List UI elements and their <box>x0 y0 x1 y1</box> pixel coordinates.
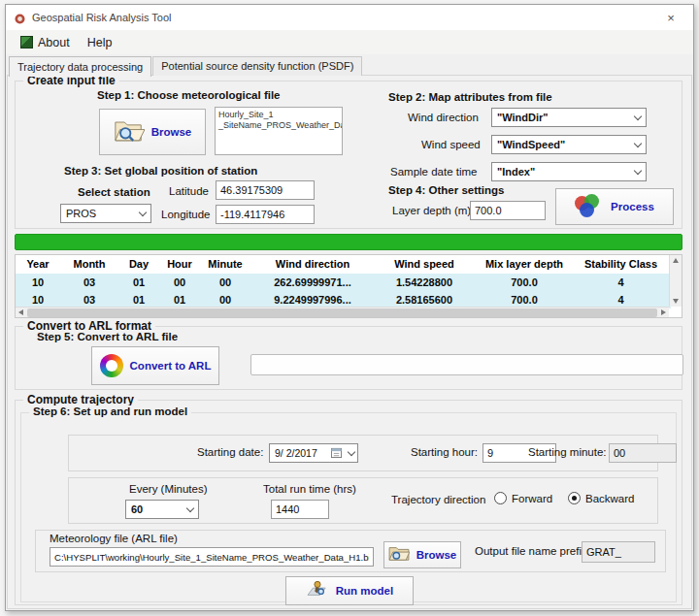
starting-minute-label: Starting minute: <box>528 446 607 458</box>
col-month: Month <box>60 255 118 274</box>
menu-about[interactable]: About <box>12 33 79 52</box>
scroll-up-icon[interactable] <box>673 258 679 263</box>
total-run-time-label: Total run time (hrs) <box>263 483 356 495</box>
starting-date-value: 9/ 2/2017 <box>275 447 331 459</box>
scroll-left-icon[interactable] <box>18 309 23 315</box>
sample-date-time-label: Sample date time <box>390 166 478 178</box>
menu-help[interactable]: Help <box>79 33 121 52</box>
scrollbar-thumb[interactable] <box>27 308 657 317</box>
col-day: Day <box>118 255 159 274</box>
wind-speed-select[interactable]: "WindSpeed" <box>491 135 647 154</box>
starting-hour-label: Starting hour: <box>411 446 478 458</box>
chevron-down-icon <box>139 208 147 215</box>
layer-depth-label: Layer depth (m) <box>392 205 471 216</box>
arl-file-path-field[interactable] <box>50 547 374 567</box>
process-button-label: Process <box>611 201 654 212</box>
scroll-down-icon[interactable] <box>673 299 679 304</box>
chevron-down-icon <box>348 447 355 455</box>
convert-to-arl-label: Convert to ARL <box>130 360 212 372</box>
met-file-name-line1: Hourly_Site_1 <box>218 110 339 120</box>
menu-bar: About Help <box>6 30 693 54</box>
run-model-label: Run model <box>336 585 393 597</box>
convert-progress-bar <box>250 354 683 375</box>
tab-trajectory[interactable]: Trajectory data processing <box>9 56 151 77</box>
longitude-label: Longitude <box>161 209 211 220</box>
col-wind-speed: Wind speed <box>375 255 474 274</box>
radio-checked-icon <box>568 492 581 504</box>
compute-trajectory-group-label: Compute trajectory <box>23 393 138 406</box>
step5-heading: Step 5: Convert to ARL file <box>37 331 178 342</box>
backward-radio[interactable]: Backward <box>568 492 635 504</box>
every-minutes-label: Every (Minutes) <box>129 483 208 495</box>
window-title: Geospatial Risk Analysis Tool <box>32 12 656 23</box>
tab-strip: Trajectory data processing Potential sou… <box>6 54 693 76</box>
col-hour: Hour <box>159 255 200 274</box>
forward-radio[interactable]: Forward <box>494 492 552 504</box>
step4-heading: Step 4: Other settings <box>388 184 505 196</box>
wind-direction-label: Wind direction <box>408 112 479 123</box>
forward-label: Forward <box>512 493 552 504</box>
run-model-icon <box>306 579 329 602</box>
chevron-down-icon <box>634 112 642 119</box>
sample-date-time-select[interactable]: "Index" <box>491 162 647 181</box>
select-station-label: Select station <box>78 186 150 198</box>
table-row[interactable]: 10 03 01 00 00 262.69999971... 1.5422880… <box>16 274 671 291</box>
chevron-down-icon <box>634 166 642 174</box>
total-run-time-field[interactable] <box>271 500 329 519</box>
longitude-field[interactable] <box>216 205 315 224</box>
run-model-button[interactable]: Run model <box>285 576 414 605</box>
every-minutes-value: 60 <box>131 503 183 515</box>
process-button[interactable]: Process <box>555 188 674 225</box>
col-year: Year <box>16 255 60 274</box>
step6-heading: Step 6: Set up and run model <box>29 405 191 417</box>
latitude-field[interactable] <box>216 180 315 200</box>
met-file-name-box: Hourly_Site_1 _SiteName_PROS_Weather_Dat… <box>215 107 343 155</box>
step2-heading: Step 2: Map attributes from file <box>388 91 552 103</box>
radio-unchecked-icon <box>494 492 507 504</box>
weather-data-table: Year Month Day Hour Minute Wind directio… <box>15 254 682 318</box>
table-header-row: Year Month Day Hour Minute Wind directio… <box>16 255 671 274</box>
convert-arl-group: Convert to ARL format Step 5: Convert to… <box>15 326 682 390</box>
processing-progress-bar <box>15 234 682 250</box>
table-horizontal-scrollbar[interactable] <box>16 307 669 317</box>
col-mix-layer-depth: Mix layer depth <box>474 255 575 274</box>
starting-minute-field <box>609 443 677 463</box>
app-window: Geospatial Risk Analysis Tool × About He… <box>5 4 694 611</box>
tab-psdf[interactable]: Potential source density function (PSDF) <box>152 56 362 76</box>
layer-depth-field[interactable] <box>470 201 546 220</box>
folder-search-icon <box>114 117 145 147</box>
compute-trajectory-group: Compute trajectory Step 6: Set up and ru… <box>15 400 682 605</box>
col-minute: Minute <box>200 255 250 274</box>
latitude-label: Latitude <box>169 185 209 197</box>
scroll-right-icon[interactable] <box>661 309 666 315</box>
wind-direction-value: "WindDir" <box>497 112 631 123</box>
every-minutes-select[interactable]: 60 <box>125 500 199 519</box>
tab-page: Create input file Step 1: Choose meteoro… <box>7 75 692 609</box>
browse-met-file-label: Browse <box>151 126 192 138</box>
wind-speed-label: Wind speed <box>421 139 481 150</box>
process-icon <box>575 194 604 219</box>
menu-about-label: About <box>38 36 70 49</box>
color-wheel-icon <box>100 354 123 377</box>
station-value: PROS <box>66 208 136 219</box>
browse-met-file-button[interactable]: Browse <box>99 109 206 155</box>
browse-arl-file-button[interactable]: Browse <box>383 541 461 568</box>
chevron-down-icon <box>186 503 194 511</box>
met-file-name-line2: _SiteName_PROS_Weather_Data.csv <box>218 120 339 131</box>
arl-file-label: Meteorology file (ARL file) <box>50 533 178 544</box>
calendar-icon <box>331 447 342 460</box>
step3-heading: Step 3: Set global position of station <box>64 165 257 177</box>
close-icon[interactable]: × <box>656 11 685 25</box>
starting-date-label: Starting date: <box>197 446 263 458</box>
wind-direction-select[interactable]: "WindDir" <box>491 108 647 127</box>
sample-date-time-value: "Index" <box>497 166 631 178</box>
starting-date-picker[interactable]: 9/ 2/2017 <box>269 443 358 463</box>
station-select[interactable]: PROS <box>60 204 151 223</box>
table-vertical-scrollbar[interactable] <box>669 255 682 307</box>
output-prefix-field[interactable] <box>582 541 655 563</box>
title-bar: Geospatial Risk Analysis Tool × <box>6 5 693 30</box>
chevron-down-icon <box>634 139 642 146</box>
run-config-row: Every (Minutes) 60 Total run time (hrs) … <box>68 477 658 524</box>
trajectory-direction-label: Trajectory direction <box>391 494 485 505</box>
convert-to-arl-button[interactable]: Convert to ARL <box>91 346 219 385</box>
